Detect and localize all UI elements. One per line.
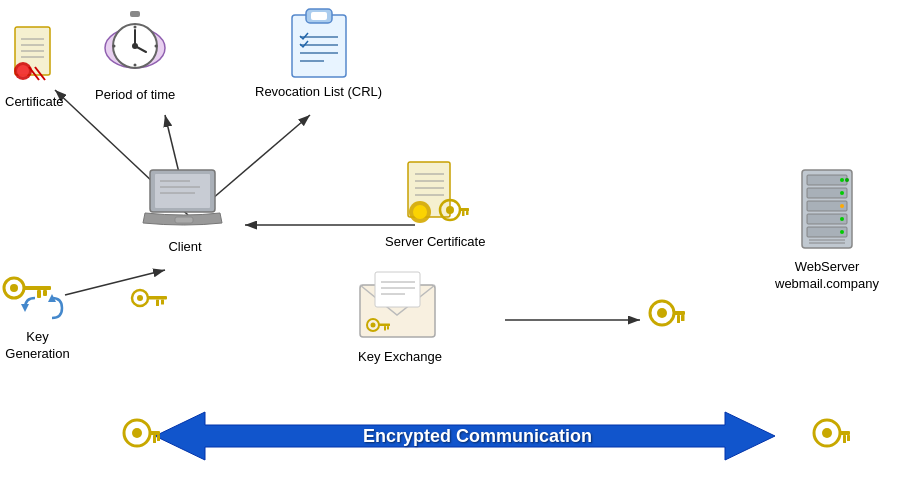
encrypted-communication-label: Encrypted Communication <box>363 426 592 447</box>
svg-point-70 <box>371 323 376 328</box>
server-certificate-node: Server Certificate <box>385 160 485 251</box>
svg-point-95 <box>132 428 142 438</box>
svg-rect-76 <box>673 311 685 315</box>
server-certificate-label: Server Certificate <box>385 234 485 251</box>
svg-point-88 <box>840 204 844 208</box>
certificate-icon <box>7 25 62 90</box>
svg-rect-29 <box>311 12 327 20</box>
svg-rect-27 <box>292 15 346 77</box>
svg-point-87 <box>840 191 844 195</box>
svg-rect-42 <box>23 286 51 290</box>
svg-marker-46 <box>21 304 29 312</box>
svg-rect-25 <box>130 11 140 17</box>
revocation-list-icon <box>284 5 354 80</box>
svg-point-23 <box>113 45 116 48</box>
svg-point-89 <box>840 217 844 221</box>
webserver-node: WebServer webmail.company <box>775 165 879 293</box>
svg-rect-96 <box>149 431 160 435</box>
encrypted-communication-bar: Encrypted Communication <box>155 410 800 462</box>
key-generation-node: Key Generation <box>0 260 75 363</box>
svg-rect-44 <box>37 290 41 298</box>
svg-point-41 <box>10 284 18 292</box>
right-key-icon <box>640 298 685 343</box>
svg-point-100 <box>822 428 832 438</box>
svg-point-48 <box>137 295 143 301</box>
svg-rect-77 <box>681 315 685 321</box>
key-exchange-label: Key Exchange <box>358 349 442 366</box>
client-label: Client <box>168 239 201 256</box>
svg-rect-103 <box>843 435 846 443</box>
svg-rect-97 <box>157 435 160 441</box>
svg-rect-50 <box>161 300 164 305</box>
webserver-label: WebServer webmail.company <box>775 259 879 293</box>
svg-rect-78 <box>677 315 680 323</box>
webserver-icon <box>787 165 867 255</box>
svg-point-14 <box>17 65 29 77</box>
key-exchange-icon <box>355 270 445 345</box>
server-certificate-icon <box>400 160 470 230</box>
svg-point-26 <box>132 43 138 49</box>
svg-point-21 <box>134 26 137 29</box>
client-key-icon <box>130 278 170 318</box>
revocation-list-node: Revocation List (CRL) <box>255 5 382 101</box>
enc-right-key-icon <box>805 418 850 468</box>
certificate-node: Certificate <box>5 25 64 111</box>
svg-rect-72 <box>387 326 389 330</box>
svg-rect-98 <box>153 435 156 443</box>
svg-point-60 <box>446 206 454 214</box>
svg-rect-71 <box>378 324 390 327</box>
svg-point-24 <box>155 45 158 48</box>
key-generation-label: Key Generation <box>5 329 69 363</box>
client-node: Client <box>140 165 230 256</box>
svg-rect-61 <box>459 208 469 211</box>
svg-rect-65 <box>375 272 420 307</box>
key-generation-icon <box>0 260 75 325</box>
svg-rect-73 <box>384 326 386 331</box>
svg-point-90 <box>840 230 844 234</box>
svg-point-85 <box>840 178 844 182</box>
svg-point-58 <box>413 205 427 219</box>
svg-rect-62 <box>466 211 469 215</box>
svg-rect-51 <box>156 300 159 307</box>
svg-rect-39 <box>175 217 193 223</box>
svg-point-22 <box>134 64 137 67</box>
period-of-time-label: Period of time <box>95 87 175 104</box>
enc-left-key-icon <box>115 418 160 468</box>
client-icon <box>140 165 230 235</box>
diagram: Certificate <box>0 0 900 500</box>
svg-rect-63 <box>462 211 465 216</box>
svg-rect-102 <box>847 435 850 441</box>
certificate-label: Certificate <box>5 94 64 111</box>
svg-point-75 <box>657 308 667 318</box>
svg-point-86 <box>845 178 849 182</box>
svg-rect-43 <box>43 290 47 296</box>
svg-rect-101 <box>839 431 850 435</box>
svg-rect-49 <box>147 296 167 300</box>
period-of-time-icon <box>100 8 170 83</box>
key-exchange-node: Key Exchange <box>355 270 445 366</box>
period-of-time-node: Period of time <box>95 8 175 104</box>
revocation-list-label: Revocation List (CRL) <box>255 84 382 101</box>
svg-rect-35 <box>155 174 210 208</box>
